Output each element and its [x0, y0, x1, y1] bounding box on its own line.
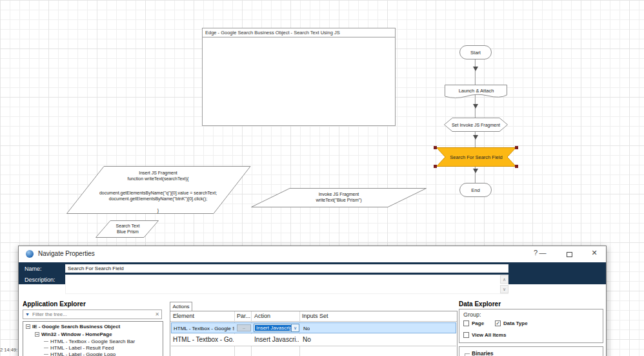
insert-js-fragment-text: Insert JS Fragment function writeText(se…: [77, 170, 239, 213]
checkbox-page[interactable]: Page: [463, 320, 484, 326]
tree-item-search-bar[interactable]: HTML - Textbox - Google Search Bar: [44, 339, 135, 345]
cell-inputs-set: No: [303, 336, 311, 343]
col-header-action[interactable]: Action: [254, 313, 270, 319]
tree-item-label: HTML - Textbox - Google Search Bar: [50, 339, 135, 344]
tree-tick: [44, 341, 48, 342]
params-ellipsis-button[interactable]: ..: [237, 324, 251, 331]
data-explorer-tree: Binaries: [459, 346, 603, 356]
data-explorer-group-box: Group: Page ✓ Data Type View All Items: [459, 309, 603, 343]
stage-label-launch-attach: Launch & Attach: [445, 85, 508, 96]
search-text-line: Blue Prism: [102, 229, 154, 235]
checkbox-view-all-items[interactable]: View All Items: [463, 332, 506, 338]
selection-handle[interactable]: [515, 146, 518, 149]
table-row-selected[interactable]: HTML - Textbox - Google Sear .. Insert J…: [171, 322, 456, 333]
arrowhead: [473, 169, 478, 173]
col-header-element[interactable]: Element: [173, 313, 194, 319]
checkbox-label: Data Type: [503, 320, 528, 326]
actions-table-header: Element Par... Action Inputs Set: [170, 311, 457, 322]
data-explorer-title: Data Explorer: [459, 300, 501, 308]
checkbox-box[interactable]: [463, 320, 469, 326]
search-text-line: Search Text: [102, 223, 154, 229]
selection-handle[interactable]: [434, 146, 437, 149]
tree-item-label: HTML - Label - Google Logo: [50, 351, 116, 356]
group-label: Group:: [463, 311, 481, 318]
application-explorer-title: Application Explorer: [23, 300, 86, 308]
tree-tick: [44, 348, 48, 348]
description-input[interactable]: [65, 275, 508, 294]
action-dropdown[interactable]: Insert Javascrip ∨: [254, 324, 299, 332]
checkbox-box-checked[interactable]: ✓: [495, 320, 501, 326]
tab-actions[interactable]: Actions: [170, 302, 192, 311]
tree-item-window[interactable]: −Win32 - Window - HomePage: [35, 331, 112, 338]
ellipsis-icon: ..: [243, 325, 245, 330]
dialog-titlebar[interactable]: Navigate Properties ? — ✕: [19, 246, 606, 262]
col-header-params[interactable]: Par...: [237, 313, 250, 319]
filter-funnel-icon: ▼: [25, 312, 30, 317]
cell-action: Insert Javascri..: [254, 336, 299, 343]
insert-js-line: document.getElementsByName("btnK")[0].cl…: [77, 196, 239, 202]
cell-inputs-set: No: [303, 326, 310, 331]
collapse-icon[interactable]: −: [26, 324, 30, 329]
stage-label-search-field: Search For Search Field: [436, 147, 516, 167]
collapse-icon[interactable]: −: [35, 332, 39, 337]
tree-item-binaries[interactable]: Binaries: [472, 350, 494, 356]
selection-handle[interactable]: [434, 165, 437, 168]
description-scroll-down[interactable]: ∨: [500, 285, 508, 293]
invoke-js-fragment-text: Invoke JS Fragment writeText("Blue Prism…: [277, 191, 400, 203]
insert-js-line: document.getElementsByName("q")[0].value…: [77, 190, 239, 196]
invoke-js-line: Invoke JS Fragment: [277, 191, 400, 197]
tree-item-label: IE - Google Search Business Object: [32, 324, 120, 330]
maximize-button[interactable]: [567, 252, 572, 257]
application-explorer-tree: −IE - Google Search Business Object −Win…: [23, 321, 163, 356]
actions-table: Element Par... Action Inputs Set HTML - …: [170, 311, 458, 356]
navigate-properties-dialog: Navigate Properties ? — ✕ Name: Descript…: [18, 246, 607, 356]
scroll-down-icon: ∨: [503, 287, 506, 292]
tree-item-label: HTML - Label - Result Feed: [50, 345, 114, 351]
stage-label-set-invoke: Set Invoke JS Fragment: [444, 118, 508, 132]
checkbox-data-type[interactable]: ✓ Data Type: [495, 320, 528, 326]
description-scroll-up[interactable]: ∧: [500, 275, 508, 284]
dialog-title: Navigate Properties: [38, 250, 95, 257]
insert-js-title: Insert JS Fragment: [77, 170, 239, 176]
description-label: Description:: [25, 277, 55, 283]
group-box-title: Edge - Google Search Business Object - S…: [203, 28, 395, 37]
close-button[interactable]: ✕: [589, 249, 599, 257]
cell-element: HTML - Textbox - Go...: [173, 336, 234, 343]
stage-label: End: [471, 187, 479, 193]
tree-item-result-feed[interactable]: HTML - Label - Result Feed: [44, 345, 114, 351]
arrowhead: [473, 67, 478, 71]
tree-branch-line: [465, 353, 470, 356]
flow-stage-start[interactable]: Start: [459, 45, 492, 59]
checkbox-label: Page: [472, 320, 484, 326]
arrowhead: [473, 104, 478, 109]
filter-clear-icon[interactable]: ✕: [155, 311, 159, 317]
edge-object-group-box: Edge - Google Search Business Object - S…: [202, 28, 396, 126]
col-header-inputs-set[interactable]: Inputs Set: [302, 313, 328, 319]
timestamp-fragment: 2 14:49:: [0, 347, 17, 353]
invoke-js-line: writeText("Blue Prism"): [277, 197, 400, 203]
checkbox-box[interactable]: [463, 332, 469, 338]
arrowhead: [473, 135, 478, 140]
minimize-button[interactable]: —: [538, 249, 548, 257]
table-row[interactable]: HTML - Textbox - Go... Insert Javascri..…: [171, 334, 456, 346]
insert-js-line: }: [77, 207, 239, 213]
stage-label: Start: [470, 50, 481, 56]
tree-tick: [44, 354, 48, 355]
filter-box: ▼ ✕: [23, 309, 162, 319]
name-label: Name:: [25, 266, 42, 272]
name-input[interactable]: [65, 264, 508, 273]
flow-stage-end[interactable]: End: [459, 183, 492, 197]
search-text-data-text: Search Text Blue Prism: [102, 223, 154, 235]
insert-js-line: function writeText(searchText){: [77, 176, 239, 182]
tree-item-root[interactable]: −IE - Google Search Business Object: [26, 324, 120, 330]
name-description-band: Name: Description: ∧ ∨: [19, 262, 606, 284]
action-dropdown-value: Insert Javascrip: [255, 325, 294, 331]
tree-item-label: Win32 - Window - HomePage: [41, 331, 112, 337]
scroll-up-icon: ∧: [503, 277, 506, 282]
blue-prism-icon: [26, 250, 34, 258]
cell-element: HTML - Textbox - Google Sear: [174, 326, 234, 331]
filter-tree-input[interactable]: [32, 311, 150, 318]
chevron-down-icon[interactable]: ∨: [291, 324, 299, 331]
tree-item-google-logo[interactable]: HTML - Label - Google Logo: [44, 351, 116, 356]
selection-handle[interactable]: [515, 165, 518, 168]
